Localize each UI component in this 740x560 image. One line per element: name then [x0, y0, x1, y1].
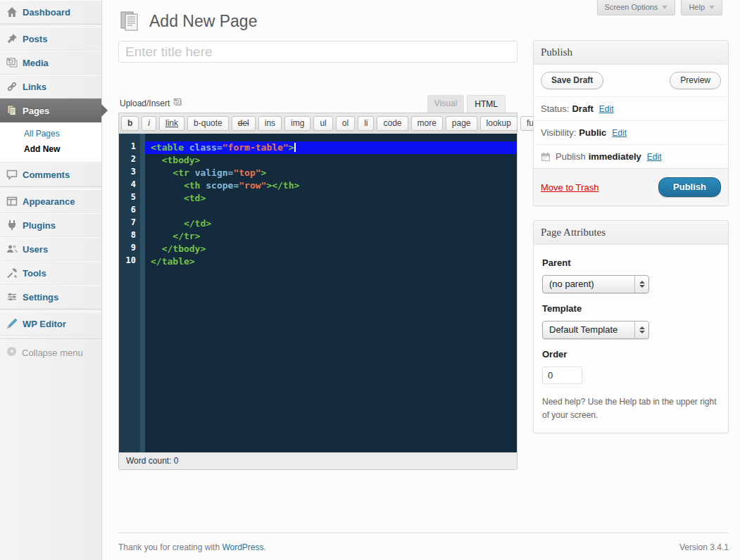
- tab-visual[interactable]: Visual: [427, 95, 464, 113]
- page-attributes-body: Parent (no parent) Template Default Temp…: [534, 245, 728, 433]
- collapse-menu-label: Collapse menu: [22, 348, 83, 358]
- order-label: Order: [542, 349, 720, 359]
- users-icon: [6, 243, 18, 255]
- quicktag-ul-button[interactable]: ul: [313, 116, 332, 131]
- pin-icon: [6, 33, 18, 44]
- quicktag-i-button[interactable]: i: [142, 116, 156, 131]
- code-line-8: </tr>: [145, 230, 517, 243]
- preview-button[interactable]: Preview: [670, 72, 721, 89]
- quicktag-del-button[interactable]: del: [232, 116, 256, 131]
- chevron-down-icon: [662, 6, 667, 9]
- quicktags-toolbar: bilinkb-quotedelinsimgulollicodemorepage…: [119, 113, 517, 134]
- sidebar-item-wp-editor[interactable]: WP Editor: [0, 312, 101, 336]
- status-row: Status: Draft Edit: [534, 96, 728, 120]
- help-button[interactable]: Help: [681, 0, 722, 15]
- quicktag-li-button[interactable]: li: [358, 116, 374, 131]
- main-content: Screen Options Help Add New Page: [102, 0, 740, 560]
- title-input[interactable]: [118, 41, 518, 63]
- code-text-area[interactable]: <table class="form-table"> <tbody> <tr v…: [145, 134, 517, 452]
- upload-insert-label: Upload/Insert: [120, 98, 170, 108]
- upload-insert: Upload/Insert: [120, 98, 184, 109]
- sidebar-item-label: Tools: [23, 268, 46, 279]
- order-input[interactable]: [542, 367, 582, 384]
- publish-box-title[interactable]: Publish: [534, 41, 728, 65]
- collapse-menu-button[interactable]: Collapse menu: [0, 338, 101, 364]
- code-line-4: <th scope="row"></th>: [145, 179, 517, 192]
- sidebar-column: Publish Save Draft Preview Status: Draft…: [533, 40, 729, 447]
- submenu-item-all-pages[interactable]: All Pages: [0, 126, 101, 141]
- select-stepper-icon: [634, 322, 648, 338]
- word-count-label: Word count:: [126, 456, 171, 466]
- code-line-1: <table class="form-table">: [145, 141, 517, 154]
- sidebar-item-links[interactable]: Links: [0, 75, 101, 98]
- submenu-item-add-new[interactable]: Add New: [0, 141, 101, 157]
- sidebar-item-users[interactable]: Users: [0, 237, 101, 261]
- sidebar-item-posts[interactable]: Posts: [0, 27, 101, 51]
- quicktag-page-button[interactable]: page: [446, 116, 477, 131]
- admin-footer: Thank you for creating with WordPress. V…: [118, 533, 729, 552]
- sidebar-item-label: Posts: [23, 34, 47, 44]
- sidebar-item-label: Links: [23, 82, 46, 92]
- line-number: 3: [119, 167, 140, 179]
- screen-meta-links: Screen Options Help: [597, 0, 722, 15]
- page-attributes-box: Page Attributes Parent (no parent) Templ…: [533, 220, 729, 433]
- footer-thanks-period: .: [264, 542, 266, 552]
- tab-html[interactable]: HTML: [467, 95, 506, 113]
- save-draft-button[interactable]: Save Draft: [541, 72, 603, 89]
- sidebar-item-label: Comments: [23, 170, 70, 180]
- quicktag-b-button[interactable]: b: [121, 116, 139, 131]
- add-media-icon[interactable]: [173, 98, 184, 109]
- settings-icon: [6, 291, 18, 303]
- sidebar-item-comments[interactable]: Comments: [0, 163, 101, 186]
- sidebar-item-label: Users: [23, 244, 48, 255]
- code-line-9: </tbody>: [145, 243, 517, 255]
- quicktag-ol-button[interactable]: ol: [336, 116, 355, 131]
- sidebar-item-dashboard[interactable]: Dashboard: [0, 0, 101, 24]
- edit-schedule-link[interactable]: Edit: [647, 152, 662, 162]
- wordpress-link[interactable]: WordPress: [222, 542, 263, 552]
- code-editor[interactable]: 12345678910 <table class="form-table"> <…: [119, 134, 517, 452]
- quicktag-b-quote-button[interactable]: b-quote: [187, 116, 229, 131]
- quicktag-code-button[interactable]: code: [377, 116, 408, 131]
- publish-button[interactable]: Publish: [658, 177, 721, 197]
- admin-sidebar: DashboardPostsMediaLinksPagesAll PagesAd…: [0, 0, 102, 560]
- line-number: 9: [119, 243, 140, 255]
- page-attributes-title[interactable]: Page Attributes: [534, 221, 728, 245]
- edit-visibility-link[interactable]: Edit: [612, 128, 627, 138]
- quicktag-link-button[interactable]: link: [159, 116, 184, 131]
- parent-select[interactable]: (no parent): [542, 275, 649, 293]
- status-value: Draft: [572, 103, 593, 114]
- quicktag-lookup-button[interactable]: lookup: [480, 116, 518, 131]
- page-attributes-help: Need help? Use the Help tab in the upper…: [542, 395, 720, 421]
- sidebar-item-label: Settings: [23, 292, 58, 303]
- sidebar-item-tools[interactable]: Tools: [0, 261, 101, 285]
- move-to-trash-link[interactable]: Move to Trash: [541, 182, 598, 193]
- line-number: 4: [119, 179, 140, 192]
- quicktag-more-button[interactable]: more: [411, 116, 443, 131]
- quicktag-ins-button[interactable]: ins: [258, 116, 282, 131]
- plug-icon: [6, 219, 18, 231]
- word-count-bar: Word count: 0: [119, 452, 517, 469]
- sidebar-menu: DashboardPostsMediaLinksPagesAll PagesAd…: [0, 0, 101, 336]
- sidebar-item-label: Plugins: [23, 220, 56, 231]
- chain-icon: [6, 81, 18, 92]
- sidebar-item-settings[interactable]: Settings: [0, 285, 101, 309]
- text-caret: [294, 143, 296, 152]
- sidebar-item-media[interactable]: Media: [0, 51, 101, 75]
- sidebar-item-label: Media: [23, 58, 49, 68]
- sidebar-item-pages[interactable]: Pages: [0, 98, 101, 122]
- template-select[interactable]: Default Template: [542, 321, 649, 339]
- parent-label: Parent: [542, 257, 720, 268]
- template-label: Template: [542, 303, 720, 314]
- edit-status-link[interactable]: Edit: [599, 104, 614, 114]
- code-line-7: </td>: [145, 217, 517, 230]
- sidebar-item-appearance[interactable]: Appearance: [0, 189, 101, 213]
- schedule-value: immediately: [589, 151, 641, 162]
- editor-box: bilinkb-quotedelinsimgulollicodemorepage…: [118, 113, 518, 470]
- quicktag-img-button[interactable]: img: [284, 116, 311, 131]
- screen-options-label: Screen Options: [605, 3, 658, 11]
- tools-icon: [6, 267, 18, 279]
- help-label: Help: [689, 3, 705, 11]
- screen-options-button[interactable]: Screen Options: [597, 0, 676, 15]
- sidebar-item-plugins[interactable]: Plugins: [0, 213, 101, 237]
